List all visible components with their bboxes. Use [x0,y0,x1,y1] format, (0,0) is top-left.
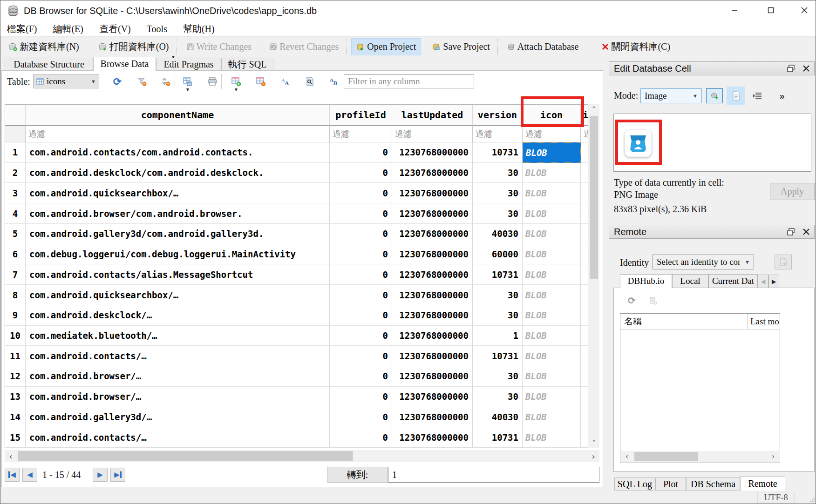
row-number[interactable]: 11 [5,346,26,366]
filter-profileId[interactable]: 過濾 [330,126,392,142]
cell-profileId[interactable]: 0 [330,244,392,265]
cell-icon-blob[interactable]: BLOB [523,326,581,346]
cell-icon-blob[interactable]: BLOB [523,427,581,448]
scroll-down-icon[interactable]: ˅ [588,438,599,448]
tab-local[interactable]: Local [672,274,708,288]
remote-scroll-right-icon[interactable]: › [768,451,778,462]
cell-partial[interactable] [581,183,588,203]
cell-version[interactable]: 10731 [473,346,523,366]
goto-page-input[interactable] [388,467,599,483]
row-number[interactable]: 14 [5,407,26,428]
cell-partial[interactable] [581,142,588,163]
cell-partial[interactable] [581,326,588,346]
cell-lastUpdated[interactable]: 1230768000000 [392,285,473,305]
filter-any-column-input[interactable] [344,74,474,88]
cell-lastUpdated[interactable]: 1230768000000 [392,366,473,387]
scroll-left-icon[interactable]: ‹ [5,450,17,462]
filter-partial[interactable]: 過濾 [581,126,588,142]
row-number[interactable]: 4 [5,203,26,224]
clear-sort-icon[interactable] [159,75,172,87]
cell-componentName[interactable]: com.android.contacts/com.android.contact… [26,142,330,163]
tab-db-schema[interactable]: DB Schema [686,477,740,491]
cell-lastUpdated[interactable]: 1230768000000 [392,183,473,203]
refresh-icon[interactable]: ⟳ [111,75,124,87]
save-project-button[interactable]: Save Project [428,39,495,55]
close-panel-icon[interactable] [803,65,809,72]
cell-componentName[interactable]: com.android.gallery3d/… [26,407,330,428]
float-panel-icon[interactable] [787,228,795,235]
cell-profileId[interactable]: 0 [330,264,392,285]
tab-dbhub[interactable]: DBHub.io [620,274,672,288]
cell-partial[interactable] [581,366,588,387]
tab-current-database[interactable]: Current Dat [708,274,758,288]
tab-execute-sql[interactable]: 執行 SQL [221,58,273,70]
cell-version[interactable]: 30 [473,163,523,183]
cell-partial[interactable] [581,407,588,428]
menu-item[interactable]: 編輯(E) [51,22,85,36]
cell-icon-blob[interactable]: BLOB [523,244,581,265]
cell-lastUpdated[interactable]: 1230768000000 [392,142,473,163]
write-changes-button[interactable]: Write Changes [182,39,257,55]
toolbar-overflow-icon[interactable]: » [774,88,790,103]
cell-componentName[interactable]: com.android.contacts/alias.MessageShortc… [26,264,330,285]
row-number[interactable]: 7 [5,264,26,285]
row-number[interactable]: 9 [5,305,26,326]
filter-componentName[interactable]: 過濾 [26,126,330,142]
cell-partial[interactable] [581,264,588,285]
remote-hscroll-thumb[interactable] [634,452,698,461]
tab-scroll-right-icon[interactable]: ▶ [768,275,779,288]
minimize-button[interactable] [723,0,746,20]
cell-profileId[interactable]: 0 [330,326,392,346]
remote-file-table[interactable]: 名稱 Last mo ‹ › [620,313,780,463]
tab-plot[interactable]: Plot [655,477,686,491]
tab-database-structure[interactable]: Database Structure [5,58,93,70]
remote-col-name[interactable]: 名稱 [620,314,748,329]
print-icon[interactable] [206,75,219,87]
goto-button[interactable]: 轉到: [327,467,388,483]
cell-icon-blob[interactable]: BLOB [523,163,581,183]
header-profileId[interactable]: profileId [330,105,392,126]
scroll-right-icon[interactable]: › [587,450,599,462]
cell-partial[interactable] [581,244,588,265]
tab-sql-log[interactable]: SQL Log [614,477,655,491]
menu-item[interactable]: 幫助(H) [181,22,217,36]
cell-componentName[interactable]: com.android.quicksearchbox/… [26,183,330,203]
cell-profileId[interactable]: 0 [330,407,392,428]
font-style-icon[interactable]: AA [279,75,292,87]
tab-scroll-left-icon[interactable]: ◀ [758,275,768,288]
prev-page-button[interactable]: ◀ [22,468,37,482]
float-panel-icon[interactable] [787,65,795,72]
cell-icon-blob[interactable]: BLOB [523,142,581,163]
cell-partial[interactable] [581,203,588,224]
menu-item[interactable]: Tools [145,23,169,35]
tab-edit-pragmas[interactable]: Edit Pragmas [156,58,221,70]
save-results-icon[interactable]: ▼ [181,75,194,87]
mode-combobox[interactable]: Image ▼ [640,88,702,103]
close-database-button[interactable]: 關閉資料庫(C) [597,38,675,56]
cell-profileId[interactable]: 0 [330,203,392,224]
cell-partial[interactable] [581,305,588,326]
cell-componentName[interactable]: com.android.deskclock/com.android.deskcl… [26,163,330,183]
cell-componentName[interactable]: com.android.browser/… [26,366,330,387]
cell-icon-blob[interactable]: BLOB [523,224,581,244]
close-panel-icon[interactable] [803,228,809,235]
cell-version[interactable]: 30 [473,305,523,326]
row-number[interactable]: 6 [5,244,26,265]
row-number[interactable]: 13 [5,387,26,407]
remote-clone-database-icon[interactable] [649,296,658,305]
cell-icon-blob[interactable]: BLOB [523,183,581,203]
cell-version[interactable]: 30 [473,285,523,305]
close-button[interactable] [793,0,816,20]
header-componentName[interactable]: componentName [26,105,330,126]
last-page-button[interactable]: ▶ [110,468,125,482]
maximize-button[interactable] [760,0,782,20]
cell-profileId[interactable]: 0 [330,305,392,326]
cell-partial[interactable] [581,387,588,407]
cell-partial[interactable] [581,346,588,366]
cell-componentName[interactable]: com.android.contacts/… [26,427,330,448]
cell-icon-blob[interactable]: BLOB [523,346,581,366]
import-data-button[interactable] [706,88,723,103]
apply-button[interactable]: Apply [770,183,815,200]
attach-database-button[interactable]: Attach Database [503,39,584,55]
clear-filters-icon[interactable] [136,75,149,87]
